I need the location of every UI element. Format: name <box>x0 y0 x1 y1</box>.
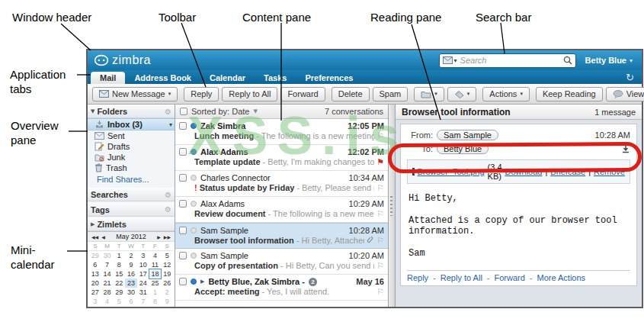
calendar-day[interactable]: 1 <box>113 251 125 260</box>
calendar-day[interactable]: 10 <box>137 260 149 269</box>
reply-link[interactable]: Reply <box>407 273 428 282</box>
tags-section-header[interactable]: Tags ⚙ <box>88 203 175 217</box>
searches-section-header[interactable]: Searches ⚙ <box>88 188 175 201</box>
gear-icon[interactable]: ⚙ <box>165 205 171 214</box>
calendar-day[interactable]: 20 <box>89 279 101 288</box>
calendar-day[interactable]: 9 <box>161 297 173 306</box>
tab-preferences[interactable]: Preferences <box>296 72 362 84</box>
calendar-day[interactable]: 4 <box>101 297 114 306</box>
folder-trash[interactable]: Trash <box>88 163 175 173</box>
calendar-day[interactable]: 31 <box>137 288 149 297</box>
select-all-checkbox[interactable] <box>180 108 187 115</box>
more-actions-link[interactable]: More Actions <box>537 273 586 282</box>
calendar-day[interactable]: 6 <box>89 260 101 269</box>
calendar-day[interactable]: 2 <box>161 288 173 297</box>
calendar-day[interactable]: 21 <box>101 279 114 288</box>
view-button[interactable]: View ▾ <box>606 87 644 101</box>
row-checkbox[interactable] <box>179 148 187 156</box>
calendar-day[interactable]: 27 <box>89 288 101 297</box>
row-checkbox[interactable] <box>179 278 187 285</box>
calendar-day[interactable]: 23 <box>125 279 137 288</box>
calendar-day[interactable]: 6 <box>125 297 137 306</box>
calendar-day[interactable]: 13 <box>89 269 101 279</box>
tag-button[interactable]: ▾ <box>447 87 477 101</box>
read-indicator[interactable] <box>191 253 197 259</box>
move-button[interactable]: ▾ <box>414 87 444 101</box>
tab-mail[interactable]: Mail <box>91 72 125 84</box>
calendar-day[interactable]: 7 <box>101 260 114 269</box>
flag-icon[interactable]: ⚐ <box>376 288 384 296</box>
calendar-day[interactable]: 3 <box>137 251 149 260</box>
prev-month-icon[interactable]: ◀ <box>100 234 107 240</box>
folder-inbox[interactable]: Inbox (3) ▾ <box>88 118 175 130</box>
to-address-bubble[interactable]: Betty Blue <box>437 143 489 154</box>
delete-button[interactable]: Delete <box>332 87 370 101</box>
calendar-day[interactable]: 9 <box>125 260 137 269</box>
row-checkbox[interactable] <box>179 252 187 259</box>
sort-direction-icon[interactable]: ▼ <box>253 108 257 114</box>
calendar-day[interactable]: 8 <box>113 260 125 269</box>
folder-menu-caret-icon[interactable]: ▾ <box>169 121 172 128</box>
calendar-day[interactable]: 3 <box>89 297 101 306</box>
next-month-icon[interactable]: ▶ <box>155 234 162 240</box>
calendar-day[interactable]: 26 <box>161 279 173 288</box>
tab-tasks[interactable]: Tasks <box>255 72 296 84</box>
actions-button[interactable]: Actions ▾ <box>482 87 530 101</box>
calendar-day[interactable]: 5 <box>113 297 125 306</box>
new-message-button[interactable]: New Message ▾ <box>92 87 178 101</box>
unread-indicator[interactable] <box>191 123 197 129</box>
folder-sent[interactable]: Sent <box>88 130 175 141</box>
calendar-day[interactable]: 8 <box>149 297 162 306</box>
row-checkbox[interactable] <box>179 122 187 130</box>
forward-button[interactable]: Forward <box>280 87 325 101</box>
message-row[interactable]: Sam Sample 10:20 AM Copy of presentation… <box>175 249 388 275</box>
refresh-icon[interactable]: ↻ <box>626 72 634 83</box>
calendar-day[interactable]: 19 <box>161 269 173 279</box>
flag-icon[interactable]: ⚐ <box>376 237 384 245</box>
read-indicator[interactable] <box>191 201 197 207</box>
unread-indicator[interactable] <box>191 149 197 155</box>
folder-drafts[interactable]: Drafts <box>88 141 175 152</box>
flag-icon[interactable]: ⚐ <box>376 262 384 270</box>
row-checkbox[interactable] <box>179 174 187 182</box>
next-year-icon[interactable]: ▶▶ <box>162 234 172 240</box>
calendar-day[interactable]: 17 <box>137 269 149 279</box>
gear-icon[interactable]: ⚙ <box>165 191 171 199</box>
calendar-day[interactable]: 14 <box>101 269 114 279</box>
tab-address-book[interactable]: Address Book <box>125 72 200 84</box>
folders-section-header[interactable]: ▼ Folders ⚙ <box>88 105 175 118</box>
pane-splitter[interactable] <box>389 105 396 307</box>
attachment-name-link[interactable]: Browser_Tool.png <box>418 167 485 176</box>
calendar-day[interactable]: 16 <box>125 269 137 279</box>
row-checkbox[interactable] <box>179 200 187 208</box>
calendar-day[interactable]: 12 <box>161 260 173 269</box>
account-menu[interactable]: Betty Blue ▾ <box>585 56 633 65</box>
find-shares-link[interactable]: Find Shares... <box>88 173 175 187</box>
spam-button[interactable]: Spam <box>373 87 409 101</box>
flag-icon[interactable]: ⚐ <box>376 184 384 192</box>
calendar-day[interactable]: 24 <box>137 279 149 288</box>
from-address-bubble[interactable]: Sam Sample <box>437 130 498 140</box>
zimlets-section-header[interactable]: ▶ Zimlets <box>88 217 175 231</box>
folder-junk[interactable]: Junk <box>88 152 175 163</box>
message-row[interactable]: Alax Adams 10:29 AM Review document - Th… <box>175 197 388 223</box>
unread-indicator[interactable] <box>191 279 197 285</box>
calendar-day[interactable]: 11 <box>149 260 162 269</box>
reply-all-link[interactable]: Reply to All <box>441 273 482 282</box>
attachment-remove-link[interactable]: Remove <box>594 167 625 176</box>
prev-year-icon[interactable]: ◀◀ <box>90 234 100 240</box>
flag-icon[interactable]: ⚐ <box>376 210 384 218</box>
search-input[interactable] <box>459 55 562 66</box>
sorted-by-label[interactable]: Sorted by: Date <box>191 107 249 116</box>
message-row-selected[interactable]: Sam Sample 10:28 AM Browser tool informa… <box>175 223 388 249</box>
expand-conversation-icon[interactable]: ▶ <box>200 279 204 285</box>
message-row[interactable]: Charles Connector 10:34 AM ! Status upda… <box>175 171 388 197</box>
mail-scope-icon[interactable] <box>443 56 453 64</box>
download-message-icon[interactable] <box>621 144 630 153</box>
attachment-download-link[interactable]: Download <box>505 167 543 176</box>
gear-icon[interactable]: ⚙ <box>165 108 171 116</box>
read-indicator[interactable] <box>191 175 197 181</box>
calendar-day[interactable]: 18 <box>149 269 162 279</box>
calendar-day[interactable]: 4 <box>149 251 162 260</box>
read-indicator[interactable] <box>191 227 197 233</box>
